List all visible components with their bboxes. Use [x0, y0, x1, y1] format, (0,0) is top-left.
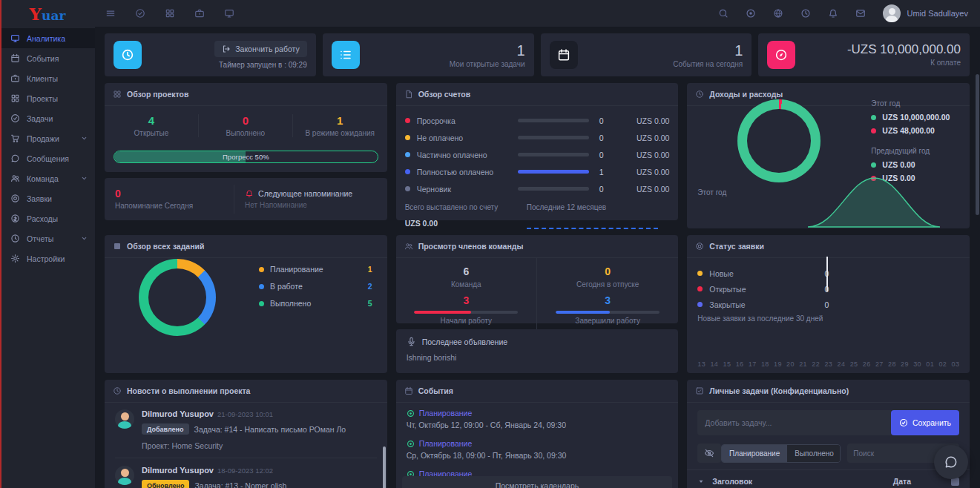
task-filter-row: Планирование Выполнено: [687, 442, 970, 470]
column-title-header[interactable]: Заголовок: [712, 477, 752, 486]
author-avatar: [115, 466, 134, 485]
hide-tasks-button[interactable]: [697, 444, 721, 463]
legend-value: 5: [368, 299, 372, 308]
clients-shortcut-icon[interactable]: [194, 8, 205, 19]
projects-shortcut-icon[interactable]: [165, 8, 175, 19]
stat-cards-row: Закончить работу Таймер запущен в : 09:2…: [105, 33, 970, 76]
sidebar-item-events[interactable]: События: [0, 48, 95, 68]
ticket-legend: Новые0 Открытые0 Закрытые0: [687, 258, 839, 312]
open-tasks-label: Мои открытые задачи: [450, 60, 525, 68]
finished-work-label: Завершили работу: [537, 317, 678, 325]
clock-icon: [695, 90, 704, 99]
search-icon[interactable]: [718, 8, 729, 19]
ticket-chart-subtitle: Новые заявки за последние 30 дней: [697, 314, 823, 323]
legend-label: Планирование: [270, 265, 323, 274]
sidebar-item-reports[interactable]: Отчеты: [0, 228, 95, 248]
event-type: Планирование: [419, 409, 473, 418]
projects-done-label: Выполнено: [199, 129, 292, 137]
event-dates: Чт, Октябрь 12, 09:00 - Сб, Январь 24, 0…: [407, 421, 668, 429]
topbar: Yuar Umid Sadullayev: [0, 0, 980, 27]
panel-title: Личные задачи (Конфиденциально): [709, 386, 849, 395]
announcement-text: Ishning borishi: [407, 353, 668, 362]
invoice-amount: UZS 0.00: [637, 116, 669, 125]
sidebar-item-label: Заявки: [27, 194, 52, 203]
chevron-down-icon: [81, 135, 88, 142]
invoice-bar: [518, 119, 589, 122]
sidebar-item-tickets[interactable]: Заявки: [0, 188, 95, 208]
sidebar-item-messages[interactable]: Сообщения: [0, 148, 95, 168]
notifications-bell-icon[interactable]: [828, 8, 838, 19]
add-task-input[interactable]: [697, 410, 891, 435]
open-tasks-card: 1 Мои открытые задачи: [323, 33, 534, 76]
closed-dot: [697, 302, 703, 307]
filter-planning-button[interactable]: Планирование: [722, 445, 787, 462]
sidebar-item-tasks[interactable]: Задачи: [0, 108, 95, 128]
dashboard-row-1: Обзор проектов 4Открытые 0Выполнено 1В р…: [105, 83, 970, 228]
author-name: Dilmurod Yusupov: [142, 409, 214, 418]
task-search-input[interactable]: [853, 449, 944, 458]
event-item[interactable]: Планирование Чт, Октябрь 12, 09:00 - Сб,…: [407, 409, 668, 429]
menu-icon[interactable]: [105, 8, 116, 19]
logo-letter: Y: [30, 4, 42, 24]
projects-done-value: 0: [199, 114, 292, 127]
compass-icon: [767, 41, 795, 69]
event-item[interactable]: Планирование Ср, Октябрь 18, 09:00 - Пт,…: [407, 439, 668, 460]
app-logo[interactable]: Yuar: [0, 4, 95, 24]
chevron-down-icon: [81, 175, 88, 182]
timer-status: Таймер запущен в : 09:29: [214, 61, 307, 69]
sort-caret-icon[interactable]: [697, 478, 705, 485]
news-entry: Dilmurod Yusupov18-09-2023 12:02 Обновле…: [115, 466, 377, 488]
mic-icon: [407, 337, 416, 346]
legend-label: Открытые: [709, 285, 746, 294]
language-globe-icon[interactable]: [773, 8, 783, 19]
save-task-button[interactable]: Сохранить: [891, 410, 959, 435]
planning-dot: [259, 267, 264, 272]
events-panel: События Планирование Чт, Октябрь 12, 09:…: [396, 380, 679, 488]
filter-done-button[interactable]: Выполнено: [787, 445, 841, 462]
main-content: Закончить работу Таймер запущен в : 09:2…: [95, 27, 980, 488]
income-dot: [871, 162, 876, 168]
invoice-sparkline: [527, 228, 658, 229]
sidebar-item-analytics[interactable]: Аналитика: [0, 28, 95, 48]
monitor-icon: [10, 33, 20, 43]
task-text: Задача: #14 - Написать письмо РОман Ло: [194, 425, 346, 434]
sidebar-item-settings[interactable]: Настройки: [0, 248, 95, 268]
invoice-count: 0: [599, 151, 631, 159]
user-menu[interactable]: Umid Sadullayev: [883, 4, 968, 22]
tracker-icon[interactable]: [746, 8, 756, 19]
analytics-shortcut-icon[interactable]: [224, 8, 234, 19]
page-scrollbar[interactable]: [976, 74, 979, 215]
lifebuoy-icon: [695, 242, 704, 251]
finished-work-bar: [556, 311, 660, 314]
chat-fab-button[interactable]: [934, 445, 968, 479]
ticket-chart-x-labels: 13 14 15 16 17 18 19 20 21 22 23 24 25 2…: [697, 360, 962, 368]
invoice-status-label: Черновик: [417, 185, 513, 194]
sidebar-item-clients[interactable]: Клиенты: [0, 68, 95, 88]
sidebar-item-label: Команда: [27, 174, 59, 183]
invoices-overview-panel: Обзор счетов Просрочка0UZS 0.00 Не оплач…: [396, 83, 679, 220]
time-log-icon[interactable]: [800, 8, 811, 19]
column-date-header[interactable]: Дата: [893, 477, 911, 486]
panel-title: Обзор проектов: [127, 90, 188, 99]
legend-value: 0: [824, 300, 829, 309]
this-year-income: UZS 10,000,000.00: [882, 113, 950, 122]
reminders-today-label: Напоминание Сегодня: [115, 202, 234, 210]
list-icon: [332, 41, 360, 69]
panel-scrollbar[interactable]: [383, 446, 386, 488]
news-entry: Dilmurod Yusupov21-09-2023 10:01 Добавле…: [115, 409, 377, 450]
sidebar-item-projects[interactable]: Проекты: [0, 88, 95, 108]
messages-mail-icon[interactable]: [855, 8, 866, 19]
invoice-count: 0: [599, 116, 631, 125]
view-calendar-button[interactable]: Посмотреть календарь: [402, 476, 673, 488]
income-dot: [871, 115, 876, 120]
user-avatar: [883, 4, 901, 22]
sidebar-item-team[interactable]: Команда: [0, 168, 95, 188]
legend-value: 1: [368, 265, 372, 274]
sidebar-item-expenses[interactable]: Расходы: [0, 208, 95, 228]
projects-hold-value: 1: [293, 114, 387, 127]
chevron-down-icon: [81, 235, 88, 242]
income-expense-panel: Доходы и расходы Этот год UZS 10,000,000…: [687, 83, 970, 228]
end-work-button[interactable]: Закончить работу: [214, 41, 307, 57]
tasks-shortcut-icon[interactable]: [135, 8, 145, 19]
sidebar-item-sales[interactable]: Продажи: [0, 128, 95, 148]
